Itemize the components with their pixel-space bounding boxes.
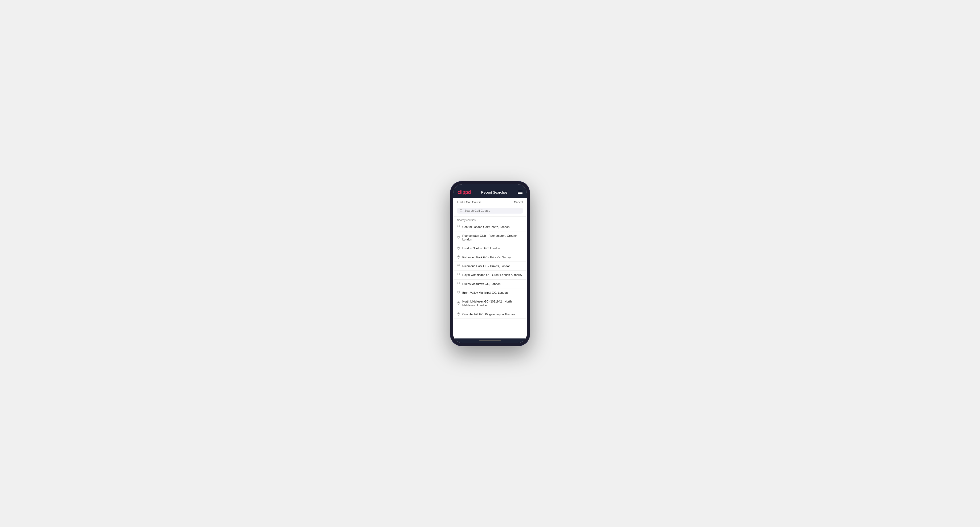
menu-line-2 (518, 192, 522, 192)
course-name: Coombe Hill GC, Kingston upon Thames (462, 313, 515, 316)
course-name: Royal Wimbledon GC, Great London Authori… (462, 273, 522, 277)
svg-point-3 (458, 237, 459, 237)
svg-point-7 (458, 274, 459, 274)
location-pin-icon (457, 282, 460, 286)
location-pin-icon (457, 302, 460, 305)
course-name: Richmond Park GC - Prince's, Surrey (462, 256, 511, 259)
home-bar (479, 340, 501, 341)
svg-point-6 (458, 265, 459, 265)
search-icon (460, 209, 463, 212)
search-input[interactable] (465, 209, 520, 212)
status-bar (453, 184, 527, 187)
search-container (453, 206, 527, 216)
location-pin-icon (457, 236, 460, 240)
courses-list: Central London Golf Centre, London Roeha… (453, 222, 527, 319)
svg-point-2 (458, 225, 459, 226)
course-name: London Scottish GC, London (462, 246, 500, 250)
location-pin-icon (457, 313, 460, 316)
location-pin-icon (457, 225, 460, 229)
nav-bar: clippd Recent Searches (453, 187, 527, 198)
course-list-item[interactable]: North Middlesex GC (1011942 - North Midd… (453, 297, 527, 310)
course-name: Roehampton Club - Roehampton, Greater Lo… (462, 234, 523, 241)
course-name: Central London Golf Centre, London (462, 225, 509, 229)
location-pin-icon (457, 256, 460, 259)
main-content: Find a Golf Course Cancel Nearby courses (453, 198, 527, 338)
svg-point-9 (458, 292, 459, 292)
svg-line-1 (462, 211, 463, 212)
course-name: Richmond Park GC - Duke's, London (462, 264, 511, 268)
nearby-section: Nearby courses Central London Golf Centr… (453, 216, 527, 338)
course-name: North Middlesex GC (1011942 - North Midd… (462, 300, 523, 307)
course-list-item[interactable]: Central London Golf Centre, London (453, 222, 527, 232)
location-pin-icon (457, 247, 460, 250)
phone-screen: clippd Recent Searches Find a Golf Cours… (453, 184, 527, 343)
phone-device: clippd Recent Searches Find a Golf Cours… (450, 181, 530, 346)
home-indicator (453, 338, 527, 343)
menu-line-1 (518, 190, 522, 191)
svg-point-10 (458, 302, 459, 303)
svg-point-4 (458, 247, 459, 248)
course-list-item[interactable]: Coombe Hill GC, Kingston upon Thames (453, 310, 527, 319)
course-list-item[interactable]: Richmond Park GC - Duke's, London (453, 262, 527, 271)
location-pin-icon (457, 291, 460, 295)
find-header: Find a Golf Course Cancel (453, 198, 527, 206)
svg-point-5 (458, 256, 459, 257)
cancel-button[interactable]: Cancel (514, 200, 523, 204)
course-list-item[interactable]: Richmond Park GC - Prince's, Surrey (453, 253, 527, 262)
course-list-item[interactable]: Roehampton Club - Roehampton, Greater Lo… (453, 232, 527, 244)
search-box (457, 208, 523, 214)
find-label: Find a Golf Course (457, 200, 482, 204)
app-logo: clippd (458, 190, 471, 195)
menu-icon[interactable] (518, 190, 522, 194)
course-list-item[interactable]: London Scottish GC, London (453, 244, 527, 253)
course-name: Dukes Meadows GC, London (462, 282, 501, 286)
location-pin-icon (457, 273, 460, 277)
location-pin-icon (457, 264, 460, 268)
svg-point-11 (458, 313, 459, 314)
nearby-label: Nearby courses (453, 216, 527, 222)
course-list-item[interactable]: Brent Valley Municipal GC, London (453, 288, 527, 297)
course-name: Brent Valley Municipal GC, London (462, 291, 508, 295)
svg-point-8 (458, 283, 459, 283)
menu-line-3 (518, 193, 522, 194)
course-list-item[interactable]: Dukes Meadows GC, London (453, 279, 527, 288)
nav-title: Recent Searches (481, 190, 508, 194)
course-list-item[interactable]: Royal Wimbledon GC, Great London Authori… (453, 271, 527, 279)
